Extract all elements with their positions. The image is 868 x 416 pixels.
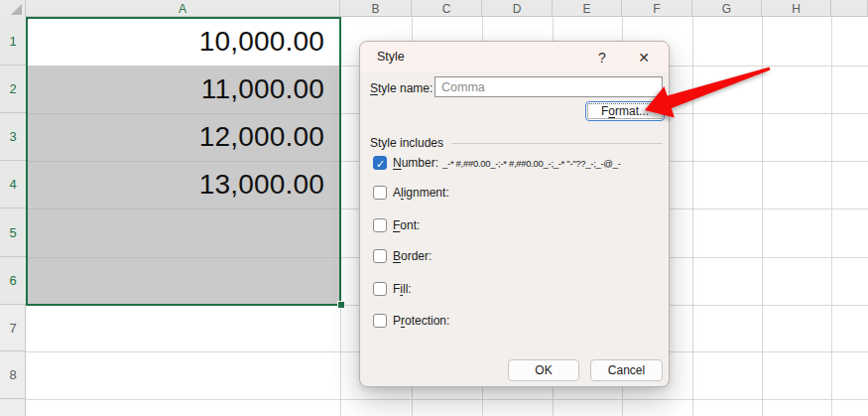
column-header-H[interactable]: H [762, 0, 831, 17]
style-dialog: Style ? ✕ Style name: Comma Format... St… [359, 41, 670, 387]
column-header-E[interactable]: E [553, 0, 622, 17]
column-header-partial[interactable] [831, 0, 868, 17]
dialog-title: Style [377, 50, 405, 64]
protection-label: Protection: [393, 314, 449, 328]
row-header-5[interactable]: 5 [0, 208, 26, 257]
gridline-vertical [692, 17, 693, 416]
gridline-vertical [831, 17, 832, 416]
row-header-6[interactable]: 6 [0, 257, 26, 305]
row-header-4[interactable]: 4 [0, 161, 26, 208]
border-checkbox[interactable] [373, 249, 387, 263]
column-header-A[interactable]: A [26, 0, 340, 17]
style-name-value: Comma [441, 80, 485, 94]
fill-label: Fill: [393, 282, 412, 296]
number-format-code: _-* #,##0.00_-;-* #,##0.00_-;_-* "-"??_-… [442, 158, 621, 169]
checkbox-row-font: Font: [373, 217, 420, 233]
select-all-button[interactable] [0, 0, 26, 17]
row-header-8[interactable]: 8 [0, 351, 26, 399]
row-header-3[interactable]: 3 [0, 113, 26, 161]
select-all-triangle-icon [11, 4, 22, 15]
format-button[interactable]: Format... [585, 101, 665, 121]
checkbox-row-border: Border: [373, 248, 432, 264]
border-label: Border: [393, 249, 432, 263]
alignment-label: Alignment: [393, 186, 449, 200]
gridline-vertical [762, 17, 763, 416]
checkbox-row-fill: Fill: [373, 281, 412, 297]
cancel-button[interactable]: Cancel [590, 359, 663, 381]
number-checkbox[interactable] [373, 156, 387, 170]
checkbox-row-alignment: Alignment: [373, 185, 449, 201]
column-header-F[interactable]: F [622, 0, 692, 17]
excel-screen: ABCDEFGH12345678 10,000.0011,000.0012,00… [0, 0, 868, 416]
column-header-C[interactable]: C [412, 0, 482, 17]
checkbox-row-number: Number: _-* #,##0.00_-;-* #,##0.00_-;_-*… [373, 155, 621, 171]
protection-checkbox[interactable] [373, 314, 387, 328]
selection-border [26, 17, 341, 306]
row-header-7[interactable]: 7 [0, 305, 26, 351]
column-header-G[interactable]: G [692, 0, 762, 17]
group-divider [451, 143, 663, 144]
row-header-1[interactable]: 1 [0, 17, 26, 66]
style-name-label: Style name: [370, 81, 433, 95]
number-label: Number: [393, 156, 438, 170]
checkbox-row-protection: Protection: [373, 313, 449, 329]
alignment-checkbox[interactable] [373, 186, 387, 200]
style-includes-label: Style includes [370, 136, 443, 150]
fill-handle[interactable] [337, 301, 345, 309]
fill-checkbox[interactable] [373, 282, 387, 296]
style-name-input[interactable]: Comma [434, 76, 663, 97]
help-icon[interactable]: ? [591, 47, 613, 69]
column-header-B[interactable]: B [340, 0, 412, 17]
font-checkbox[interactable] [373, 218, 387, 232]
dialog-titlebar[interactable]: Style ? ✕ [360, 42, 669, 72]
column-header-D[interactable]: D [482, 0, 553, 17]
row-header-2[interactable]: 2 [0, 66, 26, 113]
gridline-horizontal [26, 399, 868, 400]
font-label: Font: [393, 218, 420, 232]
ok-button[interactable]: OK [508, 359, 579, 381]
close-icon[interactable]: ✕ [633, 47, 655, 69]
